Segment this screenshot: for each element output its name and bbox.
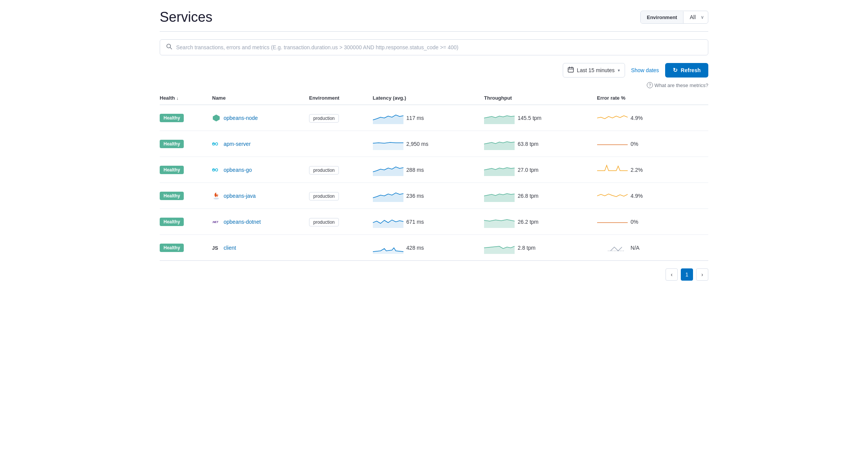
latency-sparkline: [373, 214, 403, 229]
service-link[interactable]: client: [223, 245, 236, 251]
service-icon-node: [212, 114, 220, 122]
table-row: Healthy opbeans-java production 236 ms 2…: [160, 183, 708, 209]
throughput-value: 26.8 tpm: [518, 193, 541, 199]
latency-cell: 671 ms: [373, 214, 479, 229]
service-icon-go: GO: [212, 166, 220, 174]
service-name-cell: GO opbeans-go: [212, 166, 304, 174]
error-sparkline: [597, 110, 628, 125]
show-dates-button[interactable]: Show dates: [630, 64, 661, 76]
next-page-button[interactable]: ›: [696, 268, 708, 281]
service-name-cell: JS client: [212, 244, 304, 252]
environment-badge: production: [309, 114, 339, 123]
service-name-cell: opbeans-java: [212, 192, 304, 200]
table-row: Healthy JS client 428 ms 2.8 tpm N/A: [160, 235, 708, 261]
throughput-value: 63.8 tpm: [518, 141, 541, 147]
sort-icon: ↓: [177, 96, 179, 100]
col-name[interactable]: Name: [212, 91, 309, 105]
throughput-cell: 2.8 tpm: [484, 240, 593, 255]
health-badge: Healthy: [160, 218, 184, 226]
error-rate-cell: 4.9%: [597, 188, 704, 203]
search-bar[interactable]: Search transactions, errors and metrics …: [160, 39, 708, 55]
service-name-cell: .NET opbeans-dotnet: [212, 218, 304, 226]
search-input[interactable]: Search transactions, errors and metrics …: [176, 44, 458, 50]
service-icon-go: GO: [212, 140, 220, 148]
throughput-value: 2.8 tpm: [518, 245, 541, 251]
throughput-value: 26.2 tpm: [518, 219, 541, 225]
col-environment[interactable]: Environment: [309, 91, 373, 105]
refresh-button[interactable]: ↻ Refresh: [665, 63, 708, 78]
page-header: Services Environment All ∨: [160, 9, 708, 25]
pagination: ‹ 1 ›: [160, 268, 708, 281]
service-icon-java: [212, 192, 220, 200]
health-badge: Healthy: [160, 140, 184, 148]
error-rate-value: 0%: [631, 141, 654, 147]
throughput-sparkline: [484, 188, 515, 203]
throughput-cell: 26.2 tpm: [484, 214, 593, 229]
table-row: Healthy opbeans-node production 117 ms 1…: [160, 105, 708, 131]
latency-sparkline: [373, 136, 403, 151]
error-rate-cell: N/A: [597, 240, 704, 255]
error-rate-cell: 2.2%: [597, 162, 704, 177]
latency-cell: 2,950 ms: [373, 136, 479, 151]
svg-line-1: [170, 48, 172, 49]
error-rate-value: 4.9%: [631, 115, 654, 121]
throughput-sparkline: [484, 136, 515, 151]
service-icon-js: JS: [212, 244, 220, 252]
help-icon: ?: [647, 82, 653, 88]
error-rate-value: 4.9%: [631, 193, 654, 199]
service-link[interactable]: opbeans-dotnet: [223, 219, 261, 225]
environment-badge: production: [309, 192, 339, 200]
service-link[interactable]: opbeans-java: [223, 193, 256, 199]
col-latency[interactable]: Latency (avg.): [373, 91, 484, 105]
chevron-down-icon: ∨: [701, 15, 704, 20]
metrics-help[interactable]: ? What are these metrics?: [160, 82, 708, 88]
error-sparkline: [597, 188, 628, 203]
col-throughput[interactable]: Throughput: [484, 91, 597, 105]
time-range-label: Last 15 minutes: [577, 67, 615, 73]
error-sparkline: [597, 240, 628, 255]
health-badge: Healthy: [160, 114, 184, 122]
error-rate-cell: 0%: [597, 214, 704, 229]
throughput-sparkline: [484, 240, 515, 255]
environment-badge: production: [309, 218, 339, 226]
throughput-cell: 27.0 tpm: [484, 162, 593, 177]
latency-value: 117 ms: [406, 115, 429, 121]
error-sparkline: [597, 214, 628, 229]
error-sparkline: [597, 136, 628, 151]
latency-value: 288 ms: [406, 167, 429, 173]
page-title: Services: [160, 9, 212, 25]
health-badge: Healthy: [160, 166, 184, 174]
throughput-sparkline: [484, 162, 515, 177]
latency-value: 236 ms: [406, 193, 429, 199]
env-label: Environment: [641, 11, 683, 23]
col-error-rate[interactable]: Error rate %: [597, 91, 708, 105]
service-icon-dotnet: .NET: [212, 218, 220, 226]
service-link[interactable]: opbeans-node: [223, 115, 258, 121]
header-divider: [160, 31, 708, 32]
table-row: Healthy GO apm-server 2,950 ms 63.8 tpm …: [160, 131, 708, 157]
prev-page-button[interactable]: ‹: [666, 268, 678, 281]
service-link[interactable]: apm-server: [223, 141, 251, 147]
latency-value: 2,950 ms: [406, 141, 429, 147]
service-link[interactable]: opbeans-go: [223, 167, 252, 173]
col-health[interactable]: Health ↓: [160, 91, 212, 105]
error-rate-cell: 4.9%: [597, 110, 704, 125]
latency-cell: 236 ms: [373, 188, 479, 203]
service-name-cell: opbeans-node: [212, 114, 304, 122]
latency-value: 428 ms: [406, 245, 429, 251]
environment-selector[interactable]: Environment All ∨: [640, 11, 708, 24]
throughput-cell: 145.5 tpm: [484, 110, 593, 125]
time-chevron-icon: ▾: [618, 68, 620, 73]
time-range-picker[interactable]: Last 15 minutes ▾: [563, 63, 625, 78]
svg-text:.NET: .NET: [212, 220, 219, 223]
latency-value: 671 ms: [406, 219, 429, 225]
error-rate-value: 2.2%: [631, 167, 654, 173]
env-value[interactable]: All ∨: [683, 11, 708, 23]
page-1-button[interactable]: 1: [681, 268, 693, 281]
health-badge: Healthy: [160, 244, 184, 252]
latency-sparkline: [373, 110, 403, 125]
table-row: Healthy GO opbeans-go production 288 ms …: [160, 157, 708, 183]
error-rate-cell: 0%: [597, 136, 704, 151]
svg-text:JS: JS: [212, 245, 218, 251]
throughput-value: 27.0 tpm: [518, 167, 541, 173]
